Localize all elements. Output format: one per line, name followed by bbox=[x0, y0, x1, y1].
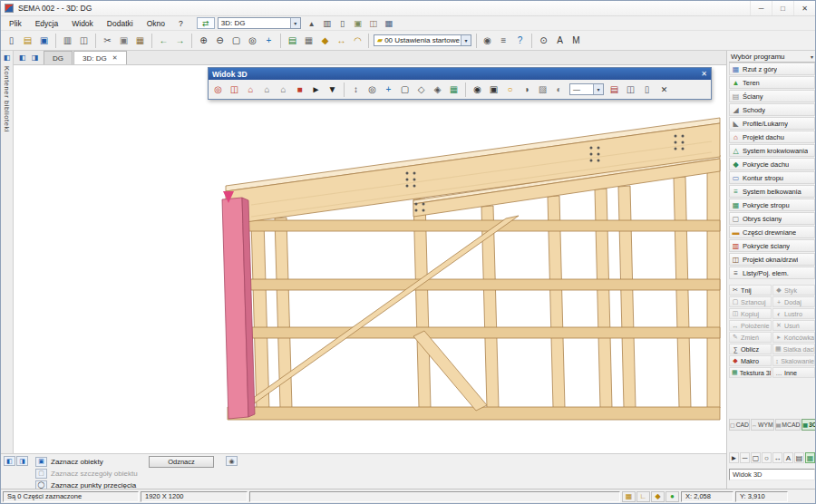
stamp-icon[interactable]: ▣ bbox=[351, 16, 365, 30]
undo-icon[interactable]: ← bbox=[156, 33, 171, 49]
tool-joint[interactable]: ◆Styk bbox=[772, 285, 815, 296]
paste-icon[interactable]: ▦ bbox=[132, 33, 148, 49]
pan-icon[interactable]: + bbox=[261, 33, 277, 49]
program-item-top-view[interactable]: ▦Rzut z góry bbox=[729, 63, 815, 75]
zoom-all-icon[interactable]: ◎ bbox=[245, 33, 260, 49]
select-objects-toggle[interactable]: ▣ bbox=[35, 457, 47, 467]
deselect-button[interactable]: Odznacz bbox=[149, 456, 214, 468]
wire-cube-icon[interactable]: ◇ bbox=[413, 82, 429, 97]
settings-icon[interactable]: ≡ bbox=[496, 33, 511, 49]
select-add-icon[interactable]: ◨ bbox=[16, 456, 28, 466]
redraw-3d-icon[interactable]: ◎ bbox=[210, 82, 226, 97]
close-toolbar-icon[interactable]: ✕ bbox=[656, 82, 672, 97]
program-item-walls[interactable]: ▤Ściany bbox=[729, 90, 815, 102]
text-tool-icon[interactable]: A bbox=[783, 452, 793, 463]
roof-view-icon[interactable]: ■ bbox=[292, 82, 307, 97]
tool-texture-3d[interactable]: ▦Tekstura 3D bbox=[729, 367, 772, 378]
camera-icon[interactable]: ◉ bbox=[470, 82, 485, 97]
dimension-tool-icon[interactable]: ↔ bbox=[772, 452, 782, 463]
print-preview-icon[interactable]: ◫ bbox=[76, 33, 92, 49]
tool-position[interactable]: ↔Położenie bbox=[729, 320, 772, 331]
search-icon[interactable]: ⊙ bbox=[536, 33, 551, 49]
dock-split-icon[interactable]: ◨ bbox=[29, 53, 41, 63]
tool-other[interactable]: …Inne bbox=[772, 367, 815, 378]
select-all-icon[interactable]: ▼ bbox=[325, 82, 340, 97]
zoom-selection-icon[interactable]: ◉ bbox=[226, 456, 238, 466]
tool-delete[interactable]: ✕Usuń bbox=[772, 320, 815, 331]
close-icon[interactable]: ✕ bbox=[701, 70, 707, 78]
tool-punch[interactable]: ▢Sztancuj bbox=[729, 296, 772, 307]
close-button[interactable]: ✕ bbox=[793, 1, 815, 15]
rect-tool-icon[interactable]: ▢ bbox=[751, 452, 761, 463]
tool-cut-tool[interactable]: ✂Tnij bbox=[729, 285, 772, 296]
scroll-up-icon[interactable]: ▴ bbox=[305, 16, 319, 30]
snapshot-icon[interactable]: ▣ bbox=[486, 82, 501, 97]
quick-print-icon[interactable]: ▥ bbox=[320, 16, 335, 30]
save-view-icon[interactable]: ▯ bbox=[639, 82, 655, 97]
page-setup-icon[interactable]: ▯ bbox=[335, 16, 350, 30]
ortho-icon[interactable]: ∟ bbox=[636, 491, 650, 502]
select-mode-icon[interactable]: ◧ bbox=[4, 456, 15, 466]
mode-3cad[interactable]: ▦3CAD bbox=[801, 419, 816, 431]
select-object-details-toggle[interactable]: ▢ bbox=[35, 469, 47, 479]
tool-scaling[interactable]: ↕Skalowanie bbox=[772, 355, 815, 366]
tool-modify[interactable]: ✎Zmień bbox=[729, 332, 772, 343]
help-icon[interactable]: ? bbox=[512, 33, 528, 49]
notes-icon[interactable]: ▦ bbox=[382, 16, 396, 30]
program-item-timber-parts[interactable]: ▬Części drewniane bbox=[729, 226, 815, 238]
program-item-wall-covering[interactable]: ▥Pokrycie ściany bbox=[729, 239, 815, 252]
layers-icon[interactable]: ▤ bbox=[285, 33, 300, 49]
maximize-button[interactable]: □ bbox=[772, 1, 793, 15]
sunlight-icon[interactable]: ○ bbox=[502, 82, 518, 97]
snap-mode-icon[interactable]: ◆ bbox=[651, 491, 665, 502]
copy-icon[interactable]: ▣ bbox=[116, 33, 131, 49]
section-view-icon[interactable]: ◫ bbox=[227, 82, 242, 97]
tab-3d-dg[interactable]: 3D: DG✕ bbox=[73, 51, 127, 64]
program-item-window-door-design[interactable]: ◫Projekt okna/drzwi bbox=[729, 253, 815, 266]
view-house-icon[interactable]: ⌂ bbox=[243, 82, 258, 97]
select-tool-icon[interactable]: ► bbox=[729, 452, 739, 463]
print-icon[interactable]: ▥ bbox=[60, 33, 75, 49]
program-item-lists-elements[interactable]: ≡Listy/Poj. elem. bbox=[729, 267, 815, 279]
zoom-in-icon[interactable]: ⊕ bbox=[196, 33, 211, 49]
layer-select-icon[interactable]: ▤ bbox=[607, 82, 622, 97]
tab-close-icon[interactable]: ✕ bbox=[112, 54, 118, 62]
program-item-rafter-system[interactable]: △System krokwiowania bbox=[729, 144, 815, 157]
view-front-icon[interactable]: ⌂ bbox=[259, 82, 275, 97]
circle-tool-icon[interactable]: ○ bbox=[762, 452, 772, 463]
measure-icon[interactable]: ↔ bbox=[334, 33, 349, 49]
display-grid-icon[interactable]: ▦ bbox=[301, 33, 316, 49]
program-item-ceiling-covering[interactable]: ▦Pokrycie stropu bbox=[729, 199, 815, 211]
abs-coords-icon[interactable]: ▦ bbox=[622, 491, 636, 502]
menu-widok[interactable]: Widok bbox=[65, 17, 100, 30]
dock-left-icon[interactable]: ◧ bbox=[16, 53, 28, 63]
nav-back-button[interactable]: ⇄ bbox=[197, 17, 215, 29]
new-file-icon[interactable]: ▯ bbox=[4, 33, 19, 49]
mode-cad[interactable]: ▢CAD bbox=[729, 419, 750, 431]
clipboard-icon[interactable]: ◫ bbox=[366, 16, 381, 30]
program-selector-header[interactable]: Wybór programu ▾ bbox=[729, 51, 815, 63]
copy-view-icon[interactable]: ◫ bbox=[623, 82, 638, 97]
3d-viewport[interactable] bbox=[14, 65, 726, 453]
tab-dg[interactable]: DG bbox=[44, 51, 73, 64]
menu-dodatki[interactable]: Dodatki bbox=[101, 17, 140, 30]
zoom-box-icon[interactable]: ▢ bbox=[397, 82, 413, 97]
redo-icon[interactable]: → bbox=[172, 33, 188, 49]
line-tool-icon[interactable]: ─ bbox=[740, 452, 750, 463]
solid-cube-icon[interactable]: ◈ bbox=[430, 82, 445, 97]
select-arrow-icon[interactable]: ► bbox=[308, 82, 324, 97]
widok-3d-titlebar[interactable]: Widok 3D ✕ bbox=[209, 68, 711, 80]
marker-icon[interactable]: M bbox=[568, 33, 584, 49]
cut-icon[interactable]: ✂ bbox=[100, 33, 115, 49]
zoom-window-icon[interactable]: ▢ bbox=[228, 33, 244, 49]
tool-roof-grid[interactable]: ▦Siatka dachu bbox=[772, 344, 815, 354]
view-preset-combo[interactable]: — ▾ bbox=[569, 83, 604, 95]
view-side-icon[interactable]: ⌂ bbox=[276, 82, 291, 97]
menu-plik[interactable]: Plik bbox=[3, 17, 28, 30]
cube-3d-tool-icon[interactable]: ▦ bbox=[805, 452, 815, 463]
menu-okno[interactable]: Okno bbox=[141, 17, 171, 30]
program-item-wall-outline[interactable]: ▢Obrys ściany bbox=[729, 212, 815, 225]
save-file-icon[interactable]: ▣ bbox=[36, 33, 52, 49]
texture-icon[interactable]: ▨ bbox=[535, 82, 550, 97]
textured-view-icon[interactable]: ▦ bbox=[446, 82, 461, 97]
